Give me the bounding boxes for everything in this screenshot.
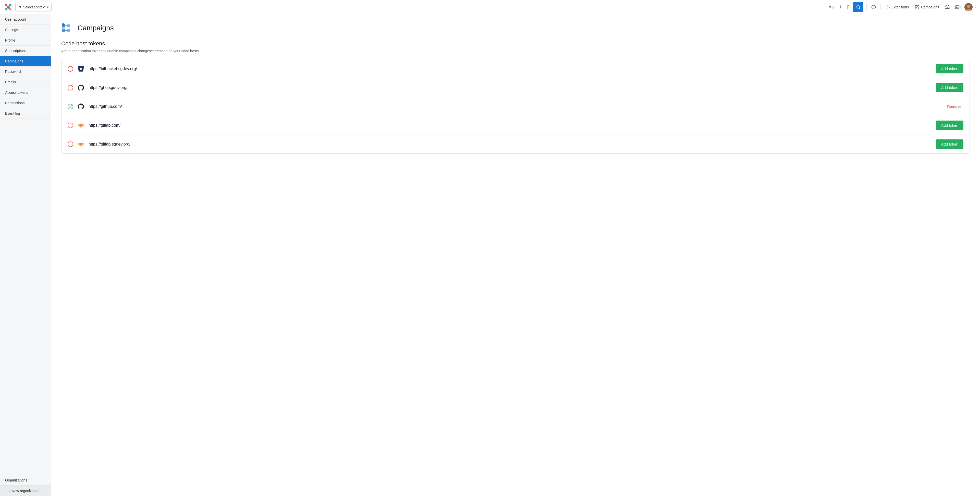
extensions-link[interactable]: Extensions (884, 4, 911, 10)
github-icon (77, 103, 84, 110)
add-token-gitlab-sgdev-button[interactable]: Add token (936, 139, 963, 149)
section-title: Code host tokens (61, 40, 970, 47)
status-circle-github (68, 104, 73, 109)
status-circle-bitbucket (68, 66, 73, 71)
table-row: https://gitlab.sgdev.org/ Add token (62, 135, 969, 154)
navbar-divider (866, 4, 867, 10)
gitlab-sgdev-url: https://gitlab.sgdev.org/ (89, 142, 932, 147)
sidebar-item-event-log[interactable]: Event log (0, 108, 51, 119)
organizations-header: Organizations (0, 475, 51, 486)
sidebar-item-campaigns[interactable]: Campaigns (0, 56, 51, 67)
add-token-bitbucket-button[interactable]: Add token (936, 64, 963, 73)
token-list: https://bitbucket.sgdev.org/ Add token h… (61, 59, 970, 154)
svg-rect-11 (915, 7, 917, 9)
user-avatar[interactable] (964, 3, 973, 11)
table-row: https://bitbucket.sgdev.org/ Add token (62, 59, 969, 78)
svg-point-5 (857, 6, 859, 8)
context-selector[interactable]: ⚑ Select context ▾ (15, 3, 52, 11)
svg-point-22 (62, 23, 65, 26)
campaigns-page-icon (61, 22, 73, 34)
main-content: Campaigns Code host tokens Add authentic… (51, 14, 980, 496)
regex-tool[interactable]: ✳ (837, 3, 844, 11)
svg-point-14 (967, 5, 970, 8)
navbar-tools: Aa ✳ [] Extensions (827, 2, 976, 12)
svg-line-6 (859, 8, 860, 9)
table-row: https://ghe.sgdev.org/ Add token (62, 78, 969, 97)
new-organization-button[interactable]: + + New organization (0, 486, 51, 496)
table-row: https://github.com/ Remove (62, 97, 969, 116)
svg-point-2 (5, 8, 7, 10)
sidebar-item-access-tokens[interactable]: Access tokens (0, 87, 51, 98)
campaigns-nav-link[interactable]: Campaigns (913, 4, 941, 10)
sidebar-item-password[interactable]: Password (0, 67, 51, 77)
gitlab-icon (77, 122, 84, 129)
status-circle-ghe (68, 85, 73, 90)
github-url: https://github.com/ (89, 104, 941, 109)
page-title: Campaigns (78, 24, 114, 32)
status-circle-gitlab-sgdev (68, 141, 73, 147)
sidebar-item-subscriptions[interactable]: Subscriptions (0, 46, 51, 56)
search-button[interactable] (853, 2, 863, 12)
extensions-label: Extensions (891, 5, 909, 9)
svg-point-0 (5, 4, 7, 6)
svg-rect-19 (67, 29, 70, 32)
terminal-dropdown-icon: ▾ (959, 6, 961, 8)
help-button[interactable] (870, 3, 877, 11)
page-header: Campaigns (61, 22, 970, 34)
campaigns-nav-label: Campaigns (921, 5, 939, 9)
status-circle-gitlab (68, 123, 73, 128)
ghe-url: https://ghe.sgdev.org/ (89, 86, 932, 90)
section-desc: Add authentication tokens to enable camp… (61, 49, 970, 53)
plus-icon: + (5, 489, 7, 493)
gitlab-url: https://gitlab.com/ (89, 123, 932, 128)
sidebar-item-profile[interactable]: Profile (0, 35, 51, 46)
navbar-divider-2 (880, 4, 881, 10)
table-row: https://gitlab.com/ Add token (62, 116, 969, 135)
app-logo[interactable] (4, 3, 12, 11)
bitbucket-icon (77, 65, 84, 72)
navbar: ⚑ Select context ▾ Aa ✳ [] (0, 0, 980, 14)
cloud-sync-button[interactable] (943, 3, 951, 11)
svg-rect-18 (67, 24, 70, 27)
svg-point-1 (9, 4, 11, 6)
svg-rect-12 (956, 6, 959, 9)
sidebar-item-settings[interactable]: Settings (0, 25, 51, 35)
add-token-ghe-button[interactable]: Add token (936, 83, 963, 92)
context-selector-label: Select context (23, 5, 45, 9)
flag-icon: ⚑ (18, 5, 21, 9)
add-token-gitlab-button[interactable]: Add token (936, 120, 963, 130)
sidebar-item-emails[interactable]: Emails (0, 77, 51, 87)
terminal-button[interactable]: ▾ (953, 3, 963, 11)
sidebar: User account Settings Profile Subscripti… (0, 14, 51, 496)
gitlab-sgdev-icon (77, 141, 84, 148)
font-size-tool[interactable]: Aa (827, 3, 835, 11)
bitbucket-url: https://bitbucket.sgdev.org/ (89, 67, 932, 71)
sidebar-item-user-account[interactable]: User account (0, 14, 51, 25)
sidebar-item-permissions[interactable]: Permissions (0, 98, 51, 108)
svg-rect-17 (62, 29, 65, 32)
remove-token-github-button[interactable]: Remove (945, 102, 963, 111)
main-layout: User account Settings Profile Subscripti… (0, 14, 980, 496)
brackets-tool[interactable]: [] (846, 3, 851, 11)
svg-rect-9 (915, 5, 917, 7)
organizations-section: Organizations + + New organization (0, 475, 51, 496)
new-org-label: + New organization (9, 489, 39, 493)
avatar-dropdown-icon: ▾ (975, 6, 976, 8)
svg-point-4 (6, 6, 10, 9)
ghe-icon (77, 84, 84, 91)
context-dropdown-icon: ▾ (47, 5, 49, 9)
sidebar-nav: User account Settings Profile Subscripti… (0, 14, 51, 475)
svg-point-3 (9, 8, 11, 10)
svg-rect-10 (918, 5, 919, 7)
